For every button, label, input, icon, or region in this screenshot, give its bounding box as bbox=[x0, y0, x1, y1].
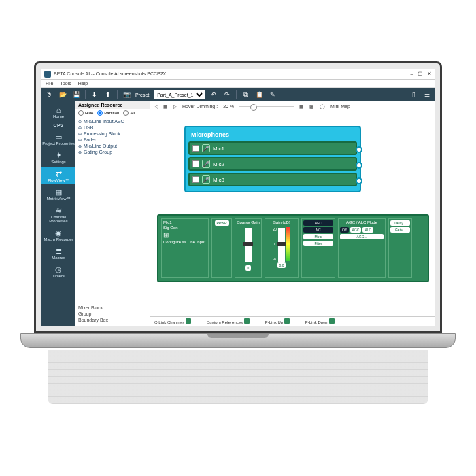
project-icon: ▭ bbox=[41, 133, 75, 141]
device-icon[interactable]: ▯ bbox=[409, 90, 418, 99]
undo-icon[interactable]: ↶ bbox=[209, 90, 218, 99]
sidebar-item-channel[interactable]: ≋Channel Properties bbox=[41, 204, 75, 225]
menu-help[interactable]: Help bbox=[78, 81, 88, 86]
menu-file[interactable]: File bbox=[46, 81, 53, 86]
dimming-slider[interactable] bbox=[239, 106, 294, 107]
close-icon[interactable]: ✕ bbox=[427, 71, 432, 77]
alc-mode-label: AGC / ALC Mode bbox=[340, 220, 384, 224]
sidebar-item-recorder[interactable]: ◉Macro Recorder bbox=[41, 226, 75, 243]
gain-meter bbox=[286, 227, 290, 261]
gate-button[interactable]: Gate... bbox=[390, 227, 410, 233]
mic-icon: 🎤 bbox=[202, 144, 210, 152]
grid1-icon[interactable]: ▦ bbox=[299, 104, 304, 109]
canvas-toolbar: ◁ ▦ ▷ Hover Dimming : 20 % ▦ ▩ ◯ Mini-Ma… bbox=[150, 101, 435, 112]
resource-item[interactable]: ⊕Gating Group bbox=[78, 149, 147, 155]
coarse-gain-value[interactable]: 0 bbox=[245, 265, 252, 271]
alc-off-button[interactable]: Off bbox=[340, 227, 349, 233]
download-icon[interactable]: ⬇ bbox=[90, 90, 99, 99]
coarse-gain-slider[interactable] bbox=[245, 228, 252, 262]
delay-button[interactable]: Delay... bbox=[390, 220, 410, 226]
sidebar-item-project[interactable]: ▭Project Properties bbox=[41, 131, 75, 148]
menu-bar: File Tools Help bbox=[41, 80, 435, 88]
grid2-icon[interactable]: ▩ bbox=[309, 104, 314, 109]
mute-button[interactable]: Mute bbox=[303, 234, 333, 239]
resource-type[interactable]: Group bbox=[78, 311, 147, 317]
channel-name: Mic1 bbox=[163, 220, 207, 224]
configure-label[interactable]: Configure as Line Input bbox=[163, 240, 207, 244]
app-window: BETA Console AI -- Console AI screenshot… bbox=[41, 69, 435, 326]
alc-agc-button[interactable]: AGC bbox=[350, 227, 362, 233]
preset-select[interactable]: Part_A_Preset_1 bbox=[154, 90, 205, 99]
coarse-gain-label: Coarse Gain bbox=[237, 220, 260, 224]
gain-slider[interactable] bbox=[278, 228, 285, 262]
processing-block[interactable]: Mic1 Sig Gen ⊞ Configure as Line Input P… bbox=[157, 214, 429, 282]
expand-icon: ⊕ bbox=[78, 131, 82, 136]
matrix-icon: ▦ bbox=[41, 188, 75, 197]
resource-filter: Hide Partition All bbox=[75, 109, 150, 117]
sidebar-item-flowview[interactable]: ⇄FlowView™ bbox=[41, 167, 75, 184]
app-logo-icon bbox=[44, 71, 51, 78]
resource-item[interactable]: ⊕Fader bbox=[78, 137, 147, 143]
agc-settings-button[interactable]: AGC... bbox=[340, 234, 384, 239]
upload-icon[interactable]: ⬆ bbox=[103, 90, 113, 99]
aec-button[interactable]: AEC bbox=[303, 220, 333, 226]
mic-name: Mic3 bbox=[213, 177, 224, 183]
expand-icon: ⊕ bbox=[78, 137, 82, 142]
microphones-block[interactable]: Microphones 🎤 Mic1 🎤 Mic2 bbox=[184, 126, 361, 192]
output-port[interactable] bbox=[356, 162, 362, 169]
sidebar-item-home[interactable]: ⌂Home bbox=[41, 104, 75, 120]
nav-left-icon[interactable]: ◁ bbox=[154, 104, 158, 109]
resource-item[interactable]: ⊕Mic/Line Input AEC bbox=[78, 118, 147, 124]
ppwr-button[interactable]: PPWR bbox=[215, 220, 229, 226]
siggen-icon[interactable]: ⊞ bbox=[163, 231, 207, 239]
mic-checkbox[interactable] bbox=[192, 145, 199, 152]
new-icon[interactable]: 🖰 bbox=[44, 90, 54, 99]
mic-checkbox[interactable] bbox=[192, 160, 199, 167]
expand-icon: ⊕ bbox=[78, 143, 82, 148]
filter-all[interactable]: All bbox=[123, 110, 135, 116]
copy-icon[interactable]: ⧉ bbox=[241, 90, 250, 99]
nc-button[interactable]: NC bbox=[303, 227, 333, 233]
nav-grid-icon[interactable]: ▦ bbox=[163, 104, 168, 109]
resource-item[interactable]: ⊕USB bbox=[78, 124, 147, 131]
canvas-area: ◁ ▦ ▷ Hover Dimming : 20 % ▦ ▩ ◯ Mini-Ma… bbox=[150, 101, 435, 326]
menu-tools[interactable]: Tools bbox=[60, 81, 71, 86]
save-icon[interactable]: 💾 bbox=[71, 90, 81, 99]
nav-sidebar: ⌂Home CP2 ▭Project Properties ✶Settings … bbox=[41, 101, 75, 326]
output-port[interactable] bbox=[356, 177, 362, 184]
resource-item[interactable]: ⊕Mic/Line Output bbox=[78, 143, 147, 149]
status-led-icon bbox=[329, 318, 335, 324]
paste-icon[interactable]: 📋 bbox=[254, 90, 264, 99]
filter-hide[interactable]: Hide bbox=[78, 110, 93, 116]
output-port[interactable] bbox=[356, 146, 362, 153]
maximize-icon[interactable]: ▢ bbox=[418, 71, 423, 77]
alc-alc-button[interactable]: ALC bbox=[362, 227, 373, 233]
sidebar-item-macros[interactable]: ≣Macros bbox=[41, 245, 75, 262]
resource-panel: Assigned Resource Hide Partition All ⊕Mi… bbox=[75, 101, 150, 326]
status-clink: C-Link Channels bbox=[154, 318, 193, 324]
redo-icon[interactable]: ↷ bbox=[222, 90, 232, 99]
mic-row[interactable]: 🎤 Mic3 bbox=[188, 173, 357, 186]
sidebar-item-timers[interactable]: ◷Timers bbox=[41, 263, 75, 280]
resource-item[interactable]: ⊕Processing Block bbox=[78, 131, 147, 137]
gain-value[interactable]: 0.0 bbox=[277, 262, 286, 268]
mic-checkbox[interactable] bbox=[192, 176, 199, 183]
open-icon[interactable]: 📂 bbox=[58, 90, 67, 99]
sidebar-item-settings[interactable]: ✶Settings bbox=[41, 149, 75, 166]
minimize-icon[interactable]: – bbox=[411, 71, 413, 77]
filter-partition[interactable]: Partition bbox=[97, 110, 119, 116]
mic-row[interactable]: 🎤 Mic2 bbox=[188, 157, 357, 171]
resource-type[interactable]: Boundary Box bbox=[78, 317, 147, 323]
nav-right-icon[interactable]: ▷ bbox=[173, 104, 177, 109]
resource-type[interactable]: Mixer Block bbox=[78, 305, 147, 311]
expand-icon: ⊕ bbox=[78, 119, 82, 124]
filter-button[interactable]: Filter bbox=[303, 241, 333, 246]
mic-row[interactable]: 🎤 Mic1 bbox=[188, 141, 357, 155]
hover-dimming-label: Hover Dimming : bbox=[182, 104, 218, 109]
flow-canvas[interactable]: Microphones 🎤 Mic1 🎤 Mic2 bbox=[150, 112, 435, 316]
sidebar-item-matrixview[interactable]: ▦MatrixView™ bbox=[41, 186, 75, 203]
snapshot-icon[interactable]: 📷 bbox=[122, 90, 131, 99]
menu-icon[interactable]: ☰ bbox=[422, 90, 432, 99]
minimap-toggle-icon[interactable]: ◯ bbox=[320, 104, 325, 109]
tool-icon[interactable]: ✎ bbox=[268, 90, 277, 99]
